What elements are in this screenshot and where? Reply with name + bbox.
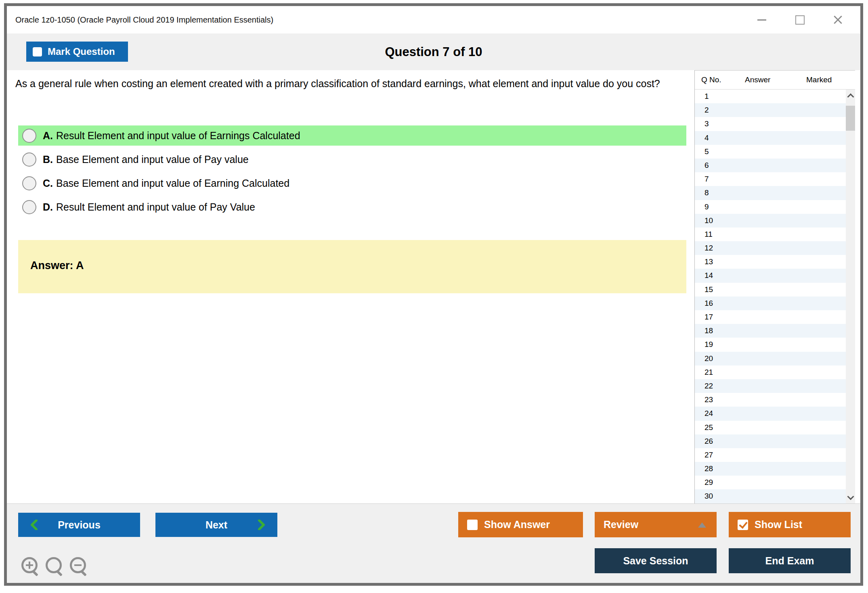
question-list-row[interactable]: 25	[695, 421, 846, 434]
header-band: Question 7 of 10 Mark Question	[7, 33, 860, 70]
show-answer-button[interactable]: Show Answer	[458, 512, 583, 537]
end-exam-label: End Exam	[765, 555, 814, 567]
chevron-right-icon	[258, 520, 265, 530]
footer-bar: Previous Next Show Answer Review Show Li…	[7, 503, 860, 583]
question-list-row[interactable]: 4	[695, 131, 846, 145]
question-list-row[interactable]: 14	[695, 269, 846, 282]
question-list-row[interactable]: 24	[695, 407, 846, 420]
question-list-header: Q No. Answer Marked	[695, 70, 855, 90]
mark-question-label: Mark Question	[48, 46, 115, 57]
show-list-label: Show List	[755, 519, 802, 530]
question-list-row[interactable]: 9	[695, 200, 846, 214]
question-list-body: 1234567891011121314151617181920212223242…	[695, 90, 846, 503]
previous-button[interactable]: Previous	[18, 513, 140, 537]
question-list-scrollbar[interactable]	[846, 90, 855, 503]
question-list-row[interactable]: 5	[695, 145, 846, 159]
next-button[interactable]: Next	[155, 513, 277, 537]
question-list-row[interactable]: 7	[695, 172, 846, 186]
title-bar: Oracle 1z0-1050 (Oracle Payroll Cloud 20…	[7, 6, 860, 33]
option-b-text: Base Element and input value of Pay valu…	[56, 154, 249, 165]
screen: Oracle 1z0-1050 (Oracle Payroll Cloud 20…	[0, 0, 868, 593]
column-header-answer: Answer	[745, 71, 770, 89]
question-list-row[interactable]: 11	[695, 228, 846, 241]
mark-question-button[interactable]: Mark Question	[26, 42, 128, 62]
save-session-label: Save Session	[623, 555, 688, 567]
option-a-text: Result Element and input value of Earnin…	[56, 130, 300, 142]
question-list-row[interactable]: 20	[695, 352, 846, 365]
magnifier-icon[interactable]	[46, 557, 62, 573]
show-list-button[interactable]: Show List	[729, 512, 851, 537]
question-list-row[interactable]: 21	[695, 365, 846, 379]
end-exam-button[interactable]: End Exam	[729, 548, 851, 573]
question-list-row[interactable]: 1	[695, 90, 846, 103]
question-list-row[interactable]: 16	[695, 296, 846, 310]
scrollbar-thumb[interactable]	[846, 106, 855, 131]
question-list-row[interactable]: 10	[695, 214, 846, 228]
question-list-panel: Q No. Answer Marked 12345678910111213141…	[694, 70, 855, 503]
scroll-down-button[interactable]	[846, 491, 855, 503]
zoom-out-icon[interactable]	[70, 557, 86, 573]
triangle-up-icon	[698, 522, 706, 528]
chevron-down-icon	[847, 493, 854, 500]
question-list-row[interactable]: 30	[695, 489, 846, 503]
close-button[interactable]	[829, 13, 847, 27]
question-list-row[interactable]: 22	[695, 379, 846, 393]
save-session-button[interactable]: Save Session	[595, 548, 717, 573]
question-list-row[interactable]: 15	[695, 283, 846, 296]
question-list-row[interactable]: 23	[695, 393, 846, 407]
review-button[interactable]: Review	[595, 512, 717, 537]
column-header-qno: Q No.	[701, 71, 721, 89]
check-icon	[739, 520, 747, 528]
question-list-row[interactable]: 18	[695, 324, 846, 338]
option-row-c[interactable]: C. Base Element and input value of Earni…	[18, 173, 686, 193]
option-a-letter: A.	[43, 130, 53, 142]
mark-question-checkbox-icon	[33, 47, 42, 56]
question-list-row[interactable]: 19	[695, 338, 846, 351]
maximize-button[interactable]	[791, 13, 809, 27]
zoom-in-icon[interactable]	[21, 557, 38, 573]
minimize-icon	[757, 19, 766, 21]
show-answer-label: Show Answer	[484, 519, 550, 530]
chevron-left-icon	[30, 520, 38, 530]
question-list-row[interactable]: 13	[695, 255, 846, 269]
question-text: As a general rule when costing an elemen…	[15, 77, 686, 91]
option-d-radio-icon[interactable]	[22, 200, 36, 214]
previous-label: Previous	[58, 519, 101, 531]
question-list-row[interactable]: 12	[695, 241, 846, 255]
option-a-radio-icon[interactable]	[22, 129, 36, 143]
show-answer-checkbox-icon	[467, 520, 478, 530]
maximize-icon	[795, 15, 805, 25]
question-list-row[interactable]: 27	[695, 448, 846, 462]
option-row-d[interactable]: D. Result Element and input value of Pay…	[18, 197, 686, 217]
minimize-button[interactable]	[753, 13, 771, 27]
option-c-letter: C.	[43, 177, 53, 189]
question-list-row[interactable]: 17	[695, 310, 846, 324]
option-b-radio-icon[interactable]	[22, 152, 36, 167]
window-title: Oracle 1z0-1050 (Oracle Payroll Cloud 20…	[15, 6, 273, 33]
question-panel: As a general rule when costing an elemen…	[7, 70, 694, 503]
option-c-text: Base Element and input value of Earning …	[56, 177, 289, 189]
question-list-row[interactable]: 26	[695, 434, 846, 448]
window-controls	[753, 13, 847, 27]
chevron-up-icon	[847, 93, 854, 100]
option-row-b[interactable]: B. Base Element and input value of Pay v…	[18, 149, 686, 169]
option-d-letter: D.	[43, 201, 53, 213]
show-list-checkbox-icon	[738, 520, 748, 530]
question-list-row[interactable]: 29	[695, 476, 846, 489]
option-d-text: Result Element and input value of Pay Va…	[56, 201, 255, 213]
question-list-row[interactable]: 6	[695, 159, 846, 172]
app-window: Oracle 1z0-1050 (Oracle Payroll Cloud 20…	[4, 3, 863, 586]
question-list-row[interactable]: 2	[695, 103, 846, 117]
next-label: Next	[205, 519, 227, 531]
question-list-row[interactable]: 28	[695, 462, 846, 476]
answer-label: Answer: A	[30, 259, 84, 272]
option-b-letter: B.	[43, 154, 53, 165]
question-list-row[interactable]: 8	[695, 186, 846, 200]
close-icon	[833, 15, 843, 25]
scroll-up-button[interactable]	[846, 90, 855, 102]
option-c-radio-icon[interactable]	[22, 176, 36, 190]
column-header-marked: Marked	[806, 71, 832, 89]
question-list-row[interactable]: 3	[695, 117, 846, 131]
option-row-a[interactable]: A. Result Element and input value of Ear…	[18, 125, 686, 146]
review-label: Review	[604, 519, 638, 530]
